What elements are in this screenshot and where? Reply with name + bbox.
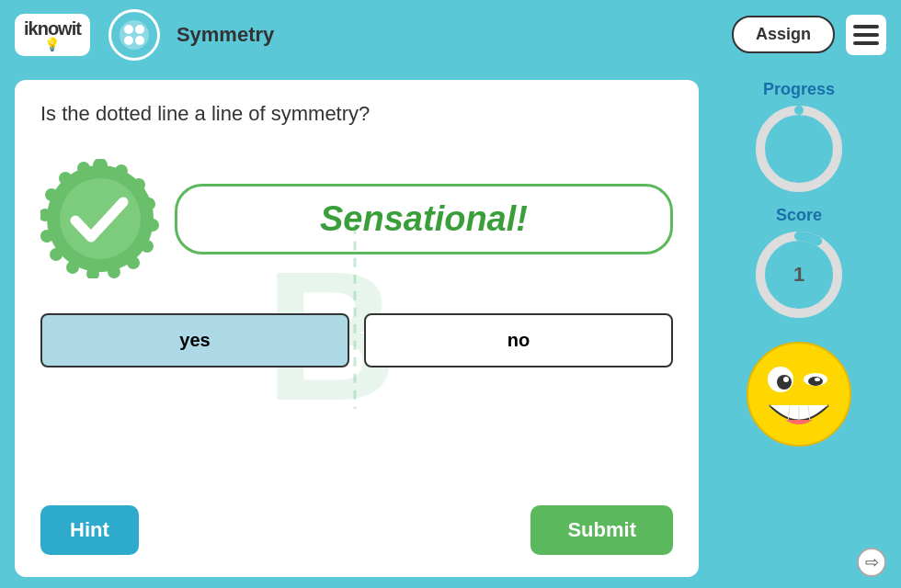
- svg-point-20: [50, 248, 63, 261]
- lesson-title: Symmetry: [177, 23, 274, 47]
- logo-area: iknowit 💡: [15, 14, 90, 56]
- lesson-icon-svg: [118, 18, 151, 51]
- progress-label: Progress: [763, 80, 835, 99]
- back-button[interactable]: ⇨: [857, 548, 886, 577]
- back-icon-symbol: ⇨: [865, 552, 879, 572]
- logo-bulb-icon: 💡: [44, 38, 60, 51]
- main-content: Is the dotted line a line of symmetry? B: [0, 69, 901, 588]
- badge-svg: [40, 159, 160, 278]
- svg-point-33: [808, 377, 823, 386]
- svg-point-17: [108, 266, 120, 278]
- svg-point-24: [59, 172, 72, 185]
- score-label: Score: [776, 206, 822, 225]
- sensational-text: Sensational!: [320, 199, 528, 238]
- svg-point-14: [146, 219, 159, 232]
- hamburger-line-1: [853, 25, 879, 28]
- svg-point-30: [777, 375, 792, 390]
- svg-point-21: [40, 230, 53, 243]
- feedback-area: Sensational!: [40, 159, 673, 278]
- progress-ring: 0/15: [753, 103, 845, 195]
- score-value: 1: [793, 263, 804, 287]
- sensational-box: Sensational!: [175, 184, 673, 254]
- logo-text: iknowit: [24, 19, 81, 38]
- hint-button[interactable]: Hint: [40, 505, 139, 555]
- svg-point-28: [747, 343, 850, 446]
- lesson-icon: [108, 9, 160, 61]
- progress-section: Progress 0/15: [753, 80, 845, 195]
- svg-point-19: [66, 261, 79, 274]
- emoji-svg: [744, 339, 854, 449]
- svg-point-3: [124, 36, 133, 45]
- svg-point-25: [77, 162, 90, 175]
- score-section: Score 1: [753, 206, 845, 321]
- question-text: Is the dotted line a line of symmetry?: [40, 102, 673, 126]
- svg-point-11: [115, 164, 128, 177]
- svg-point-31: [783, 377, 789, 382]
- svg-point-1: [124, 25, 133, 34]
- badge: [40, 159, 160, 278]
- app-header: iknowit 💡 Symmetry Assign: [0, 0, 901, 69]
- emoji: [744, 339, 854, 449]
- submit-button[interactable]: Submit: [530, 505, 673, 555]
- svg-point-16: [127, 256, 140, 269]
- question-area: Is the dotted line a line of symmetry? B: [15, 80, 699, 577]
- menu-button[interactable]: [846, 15, 886, 55]
- score-ring: 1: [753, 229, 845, 321]
- svg-point-2: [135, 25, 144, 34]
- svg-point-0: [120, 20, 149, 50]
- svg-point-23: [45, 188, 58, 201]
- bottom-buttons: Hint Submit: [40, 491, 673, 555]
- sidebar: Progress 0/15 Score 1: [712, 80, 886, 577]
- assign-button[interactable]: Assign: [732, 16, 835, 53]
- logo-box: iknowit 💡: [15, 14, 90, 56]
- answer-yes-button[interactable]: yes: [40, 313, 349, 368]
- answer-buttons: yes no: [40, 313, 673, 368]
- hamburger-line-2: [853, 33, 879, 37]
- svg-point-15: [141, 240, 154, 253]
- svg-point-4: [135, 36, 144, 45]
- header-right: Assign: [732, 15, 886, 55]
- hamburger-line-3: [853, 41, 879, 45]
- svg-point-34: [815, 378, 820, 381]
- progress-value: 0/15: [784, 141, 813, 157]
- answer-no-button[interactable]: no: [364, 313, 673, 368]
